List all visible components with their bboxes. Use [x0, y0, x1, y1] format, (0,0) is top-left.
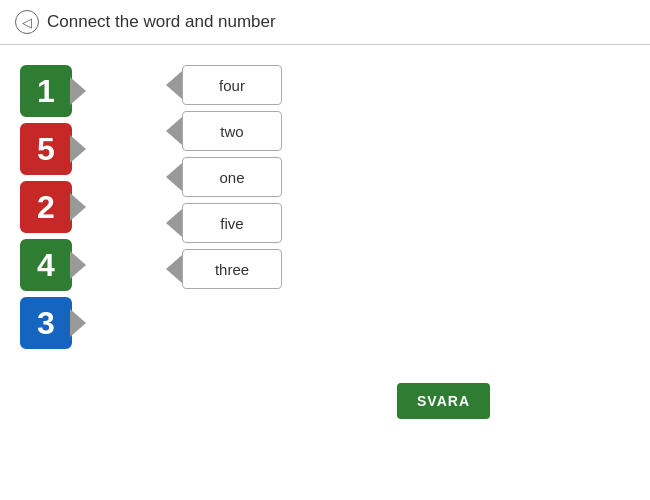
arrow-right-icon — [70, 77, 86, 105]
number-item: 4 — [20, 239, 86, 291]
number-box[interactable]: 3 — [20, 297, 72, 349]
word-box[interactable]: three — [182, 249, 282, 289]
number-box[interactable]: 1 — [20, 65, 72, 117]
number-item: 3 — [20, 297, 86, 349]
arrow-left-icon — [166, 255, 182, 283]
back-button[interactable]: ◁ — [15, 10, 39, 34]
numbers-column: 15243 — [20, 65, 86, 349]
word-box[interactable]: one — [182, 157, 282, 197]
word-item: four — [166, 65, 282, 105]
svara-button[interactable]: SVARA — [397, 383, 490, 419]
word-box[interactable]: two — [182, 111, 282, 151]
number-item: 1 — [20, 65, 86, 117]
number-box[interactable]: 5 — [20, 123, 72, 175]
word-item: three — [166, 249, 282, 289]
number-box[interactable]: 4 — [20, 239, 72, 291]
arrow-right-icon — [70, 193, 86, 221]
arrow-left-icon — [166, 163, 182, 191]
bottom-section: SVARA — [0, 369, 650, 419]
word-box[interactable]: five — [182, 203, 282, 243]
word-item: one — [166, 157, 282, 197]
word-item: five — [166, 203, 282, 243]
arrow-left-icon — [166, 117, 182, 145]
arrow-right-icon — [70, 251, 86, 279]
header: ◁ Connect the word and number — [0, 0, 650, 45]
word-box[interactable]: four — [182, 65, 282, 105]
number-box[interactable]: 2 — [20, 181, 72, 233]
header-title: Connect the word and number — [47, 12, 276, 32]
arrow-right-icon — [70, 135, 86, 163]
arrow-left-icon — [166, 209, 182, 237]
main-content: 15243 fourtwoonefivethree — [0, 45, 650, 369]
words-column: fourtwoonefivethree — [166, 65, 282, 289]
number-item: 2 — [20, 181, 86, 233]
arrow-right-icon — [70, 309, 86, 337]
arrow-left-icon — [166, 71, 182, 99]
number-item: 5 — [20, 123, 86, 175]
word-item: two — [166, 111, 282, 151]
